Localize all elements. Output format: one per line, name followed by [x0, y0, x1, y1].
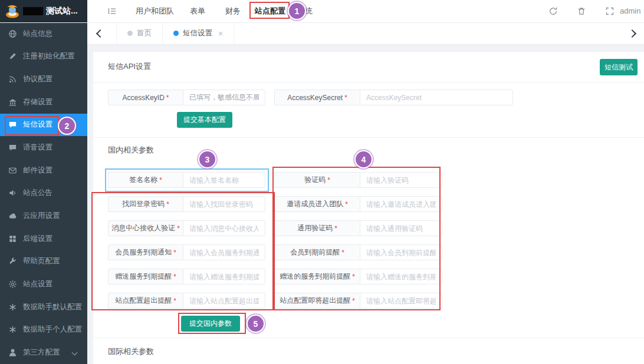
refresh-icon[interactable] [548, 6, 558, 16]
fullscreen-icon[interactable] [605, 6, 615, 16]
sidebar: 站点信息 注册初始化配置 协议配置 存储设置 短信设置 语音设置 邮件设置 站 [0, 22, 87, 364]
wrench-icon [8, 257, 17, 266]
sms-settings-panel: 短信API设置 短信测试 AccessKeyID* AccessKeySecre… [93, 52, 644, 364]
field-label: 站点配置即将超出提醒* [274, 293, 360, 309]
field-label: 邀请成员进入团队* [274, 196, 360, 212]
nav-users-teams[interactable]: 用户和团队 [136, 0, 174, 22]
captcha-input[interactable] [360, 172, 442, 188]
access-key-id-input[interactable] [183, 90, 265, 105]
message-center-verify-input[interactable] [183, 220, 265, 236]
voice-bubble-icon [8, 143, 17, 153]
grid-icon [8, 234, 17, 243]
sidebar-item-cloud-app-settings[interactable]: 云应用设置 [0, 204, 87, 227]
field-gift-pre-expiry-reminder: 赠送的服务到期前提醒* [274, 269, 442, 284]
invite-member-input[interactable] [360, 196, 442, 212]
trash-icon[interactable] [577, 6, 586, 16]
sidebar-item-register-init[interactable]: 注册初始化配置 [0, 45, 87, 68]
field-access-key-secret: AccessKeySecret* [274, 90, 513, 105]
cloud-icon [8, 211, 17, 221]
sidebar-item-data-assistant-default[interactable]: 数据助手默认配置 [0, 296, 87, 319]
site-title: 测试站... [46, 6, 78, 16]
field-sign-name: 签名名称* [108, 172, 265, 188]
sidebar-item-help-page-config[interactable]: 帮助页配置 [0, 250, 87, 273]
submit-basic-config-button[interactable]: 提交基本配置 [177, 112, 232, 128]
divider [93, 337, 644, 338]
sidebar-item-protocol-config[interactable]: 协议配置 [0, 68, 87, 91]
general-captcha-input[interactable] [360, 220, 442, 236]
field-label: AccessKeySecret* [274, 90, 360, 105]
nav-system[interactable]: 系统 [297, 0, 313, 22]
field-label: 赠送的服务到期前提醒* [274, 269, 360, 284]
tab-bar: 首页 短信设置 × [87, 22, 644, 45]
pencil-icon [8, 52, 17, 61]
sidebar-item-site-announcement[interactable]: 站点公告 [0, 182, 87, 205]
sidebar-item-mail-settings[interactable]: 邮件设置 [0, 159, 87, 182]
logo-icon [5, 4, 20, 18]
sign-name-input[interactable] [183, 172, 265, 188]
sms-test-button[interactable]: 短信测试 [600, 59, 638, 75]
chevron-left-icon[interactable] [96, 29, 104, 37]
field-label: 会员到期前提醒* [274, 244, 360, 260]
menu-fold-icon[interactable] [107, 6, 117, 16]
field-label: 通用验证码* [274, 220, 360, 236]
field-site-config-near-exceed: 站点配置即将超出提醒* [274, 293, 442, 309]
field-label: 会员服务到期通知* [108, 244, 183, 260]
divider [93, 137, 644, 138]
sidebar-item-voice-settings[interactable]: 语音设置 [0, 136, 87, 159]
bank-icon [8, 97, 17, 107]
app-logo[interactable]: 测试站... [0, 0, 87, 22]
sidebar-item-third-party-config[interactable]: 第三方配置 [0, 341, 87, 364]
chevron-right-icon[interactable] [628, 29, 636, 37]
sidebar-item-site-info[interactable]: 站点信息 [0, 22, 87, 45]
access-key-secret-input[interactable] [360, 90, 513, 105]
gift-pre-expiry-reminder-input[interactable] [360, 269, 442, 284]
submit-domestic-params-button[interactable]: 提交国内参数 [181, 316, 240, 332]
mail-icon [8, 166, 17, 175]
member-expiry-notice-input[interactable] [183, 244, 265, 260]
section-title-sms-api: 短信API设置 [108, 61, 151, 72]
field-member-expiry-notice: 会员服务到期通知* [108, 244, 265, 260]
user-menu[interactable]: admin [620, 0, 644, 22]
person-icon [8, 348, 17, 358]
field-label: 找回登录密码* [108, 196, 183, 212]
retrieve-password-input[interactable] [183, 196, 265, 212]
nav-site-config[interactable]: 站点配置 [255, 0, 285, 22]
tab-dot-icon [127, 31, 133, 36]
tab-home[interactable]: 首页 [116, 22, 163, 44]
tab-sms-settings[interactable]: 短信设置 × [163, 22, 234, 44]
sidebar-item-data-assistant-personal[interactable]: 数据助手个人配置 [0, 319, 87, 342]
globe-icon [8, 29, 17, 38]
data-asterisk-icon [8, 325, 17, 335]
redacted-text [23, 7, 43, 15]
sidebar-item-sms-settings[interactable]: 短信设置 [0, 114, 87, 137]
member-pre-expiry-reminder-input[interactable] [360, 244, 442, 260]
field-label: 消息中心接收人验证* [108, 220, 183, 236]
sidebar-item-site-settings[interactable]: 站点设置 [0, 273, 87, 296]
sms-settings-page: 测试站... 用户和团队 表单 财务 站点配置 系统 admin 站点信息 [0, 0, 644, 364]
sidebar-item-storage-settings[interactable]: 存储设置 [0, 91, 87, 114]
field-access-key-id: AccessKeyID* [108, 90, 265, 105]
chevron-down-icon [72, 350, 78, 356]
field-member-pre-expiry-reminder: 会员到期前提醒* [274, 244, 442, 260]
field-site-config-exceed: 站点配置超出提醒* [108, 293, 265, 309]
field-gift-expiry-reminder: 赠送服务到期提醒* [108, 269, 265, 284]
field-label: AccessKeyID* [108, 90, 183, 105]
close-icon[interactable]: × [218, 29, 223, 38]
site-config-near-exceed-input[interactable] [360, 293, 442, 309]
sms-bubble-icon [8, 120, 17, 130]
top-bar: 测试站... 用户和团队 表单 财务 站点配置 系统 admin [0, 0, 644, 23]
nav-finance[interactable]: 财务 [225, 0, 241, 22]
user-name: admin [620, 6, 640, 15]
field-general-captcha: 通用验证码* [274, 220, 442, 236]
field-invite-member: 邀请成员进入团队* [274, 196, 442, 212]
sidebar-item-backend-settings[interactable]: 后端设置 [0, 227, 87, 250]
divider [93, 82, 644, 83]
site-config-exceed-input[interactable] [183, 293, 265, 309]
speaker-icon [8, 188, 17, 198]
field-label: 赠送服务到期提醒* [108, 269, 183, 284]
gift-expiry-reminder-input[interactable] [183, 269, 265, 284]
gear-icon [8, 280, 17, 289]
field-message-center-verify: 消息中心接收人验证* [108, 220, 265, 236]
section-title-domestic: 国内相关参数 [108, 145, 154, 155]
nav-forms[interactable]: 表单 [190, 0, 205, 22]
